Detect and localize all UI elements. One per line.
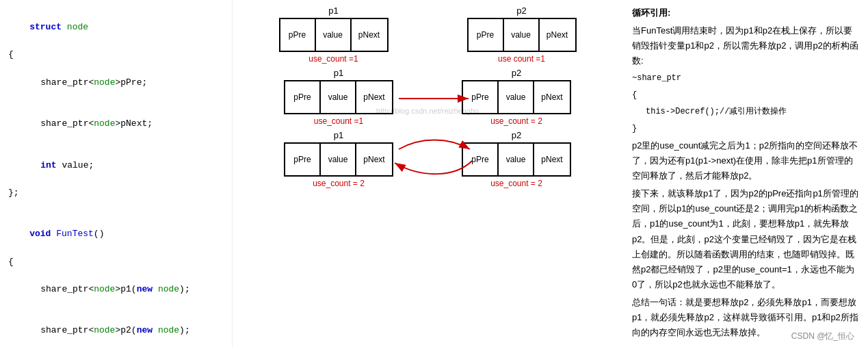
cell-ppre: pPre — [285, 81, 321, 113]
code-line — [8, 200, 224, 214]
title: 循环引用: — [632, 5, 858, 21]
cell-pnext: pNext — [540, 19, 575, 51]
p2-usecount-row2: use_count = 2 — [490, 116, 542, 126]
para3: { — [632, 88, 858, 102]
code-panel: struct node { share_ptr<node>pPre; share… — [0, 0, 233, 347]
code-line: }; — [8, 186, 224, 200]
cell-value: value — [316, 19, 352, 51]
p2-box-row3: pPre value pNext — [462, 142, 571, 177]
cell-pnext: pNext — [356, 144, 392, 175]
p2-box-row1: pPre value pNext — [467, 18, 577, 52]
p1-label-row3: p1 — [334, 130, 343, 140]
code-line: share_ptr<node>pPre; — [19, 62, 224, 103]
cell-ppre: pPre — [469, 19, 504, 51]
para1: 当FunTest调用结束时，因为p1和p2在栈上保存，所以要销毁指针变量p1和p… — [632, 23, 858, 68]
code-line: share_ptr<node>p2(new node); — [19, 310, 224, 347]
p1-usecount-row2: use_count =1 — [314, 116, 363, 126]
p2-label-row1: p2 — [516, 5, 526, 16]
para6: p2里的use_count减完之后为1；p2所指向的空间还释放不了，因为还有p1… — [632, 138, 858, 183]
p1-usecount-row3: use_count = 2 — [313, 179, 365, 188]
code-struct-line: struct node — [8, 7, 224, 48]
cell-pnext: pNext — [534, 81, 570, 113]
cell-value: value — [321, 81, 356, 113]
p1-label-row2: p1 — [334, 68, 343, 78]
p2-node-row2: p2 pPre value pNext use_count = 2 — [462, 68, 571, 126]
cell-ppre: pPre — [280, 19, 316, 51]
explanation-panel: 循环引用: 当FunTest调用结束时，因为p1和p2在栈上保存，所以要销毁指针… — [622, 0, 868, 347]
p1-node-row1: p1 pPre value pNext use_count =1 — [279, 5, 389, 64]
cell-ppre: pPre — [463, 144, 499, 175]
code-line: int value; — [19, 144, 224, 185]
cell-value: value — [321, 144, 356, 175]
p2-node-row1: p2 pPre value pNext use count =1 — [467, 5, 577, 64]
p2-usecount-row1: use count =1 — [498, 54, 545, 64]
p2-label-row3: p2 — [512, 130, 521, 140]
p1-label-row1: p1 — [328, 5, 338, 16]
p1-usecount-row1: use_count =1 — [308, 54, 358, 64]
code-line: share_ptr<node>pNext; — [19, 103, 224, 144]
cell-pnext: pNext — [352, 19, 387, 51]
p1-node-row2: p1 pPre value pNext use_count =1 — [284, 68, 393, 126]
cell-value: value — [499, 81, 534, 113]
para2: ~share_ptr — [632, 71, 858, 85]
p1-box-row3: pPre value pNext — [284, 142, 393, 177]
diagram-panel: p1 pPre value pNext use_count =1 p2 pPre… — [233, 0, 622, 347]
watermark-row2: http://blog.csdn.net/reizhengbo — [376, 107, 479, 115]
cell-value: value — [499, 144, 534, 175]
p2-label-row2: p2 — [512, 68, 521, 78]
code-line: { — [8, 255, 224, 269]
para4: this->Decref();//减引用计数操作 — [646, 105, 858, 118]
code-line: void FunTest() — [8, 214, 224, 255]
para7: 接下来，就该释放p1了，因为p2的pPre还指向p1所管理的空间，所以p1的us… — [632, 186, 858, 292]
cell-value: value — [504, 19, 540, 51]
cell-ppre: pPre — [285, 144, 321, 175]
csdn-watermark: CSDN @忆_恒心 — [791, 329, 854, 343]
p1-node-row3: p1 pPre value pNext use_count = 2 — [284, 130, 393, 188]
p2-node-row3: p2 pPre value pNext use_count = 2 — [462, 130, 571, 188]
p2-usecount-row3: use_count = 2 — [490, 179, 542, 188]
p1-box-row1: pPre value pNext — [279, 18, 389, 52]
code-line: { — [8, 48, 224, 62]
code-line: share_ptr<node>p1(new node); — [19, 269, 224, 310]
cell-pnext: pNext — [534, 144, 570, 175]
para5: } — [632, 122, 858, 136]
